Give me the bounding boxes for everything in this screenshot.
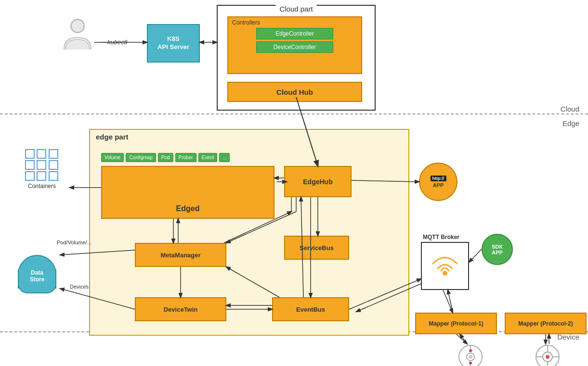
eventbus-box: EventBus	[272, 297, 349, 321]
svg-line-40	[448, 290, 453, 313]
edgehub-box: EdgeHub	[284, 166, 352, 197]
tab-prober: Prober	[175, 153, 196, 162]
diagram: Cloud Edge Device —kubectl K8SAPI Server…	[0, 0, 588, 366]
svg-point-9	[469, 355, 472, 359]
mapper2-label: Mapper (Protocol-2)	[518, 320, 573, 327]
devicetwin-label: DeviceTwin	[164, 306, 198, 313]
mapper1-label: Mapper (Protocol-1)	[429, 320, 483, 327]
mapper2-box: Mapper (Protocol-2)	[505, 313, 587, 334]
metamanager-box: MetaManager	[135, 243, 226, 267]
mqtt-broker-label: MQTT Broker	[423, 234, 459, 240]
svg-line-42	[460, 334, 467, 344]
edged-box: Edged	[101, 166, 274, 219]
sdk-app-circle: SDK APP	[482, 234, 513, 265]
edge-controller-btn: EdgeController	[256, 28, 333, 39]
pod-volume-label: Pod/Volume/...	[57, 240, 91, 245]
cloud-part-title: Cloud part	[275, 5, 316, 13]
mqtt-wifi-icon	[426, 247, 464, 285]
app-label: APP	[433, 182, 444, 188]
metamanager-label: MetaManager	[160, 252, 200, 259]
edge-part-title: edge part	[96, 133, 129, 141]
http-app-circle: http:// APP	[419, 163, 457, 201]
sdk-label: SDK	[492, 244, 503, 250]
tab-event: Event	[198, 153, 218, 162]
controllers-box: Controllers EdgeController DeviceControl…	[227, 16, 362, 74]
servicebus-box: ServiceBus	[284, 236, 349, 260]
svg-point-5	[469, 349, 472, 352]
svg-point-12	[546, 355, 549, 359]
tab-configmap: Configmap	[126, 153, 156, 162]
svg-line-38	[469, 249, 482, 262]
svg-point-2	[443, 271, 447, 276]
k8s-api-server-box: K8SAPI Server	[147, 24, 200, 63]
containers-box: Containers	[15, 149, 68, 202]
k8s-api-server-label: K8SAPI Server	[157, 35, 189, 51]
edge-label: Edge	[562, 119, 579, 127]
tab-more: ...	[219, 153, 230, 162]
containers-label: Containers	[15, 183, 68, 189]
devicetwin-box: DeviceTwin	[135, 297, 226, 321]
device-icon-2	[535, 344, 561, 366]
sdk-app-label: APP	[492, 250, 503, 255]
mqtt-box	[421, 242, 469, 290]
green-tabs: Volume Configmap Pod Prober Event ...	[101, 153, 230, 162]
eventbus-label: EventBus	[296, 306, 325, 313]
svg-line-39	[443, 290, 453, 313]
tab-volume: Volume	[101, 153, 124, 162]
data-store-box: DataStore	[15, 255, 59, 298]
servicebus-label: ServiceBus	[300, 244, 334, 252]
svg-line-41	[457, 334, 467, 344]
edged-label: Edged	[176, 204, 200, 213]
edgehub-label: EdgeHub	[303, 178, 332, 186]
device-controller-btn: DeviceController	[256, 41, 333, 53]
controllers-label: Controllers	[232, 19, 361, 26]
devices-label: Devices	[70, 284, 89, 290]
svg-point-1	[71, 20, 84, 32]
cloud-part-box: Cloud part Controllers EdgeController De…	[217, 5, 376, 111]
mapper1-box: Mapper (Protocol-1)	[415, 313, 497, 334]
kubectl-label: —kubectl	[101, 38, 127, 46]
cloud-hub-box: Cloud Hub	[227, 82, 362, 102]
http-badge: http://	[431, 176, 446, 181]
tab-pod: Pod	[158, 153, 173, 162]
person-icon	[62, 18, 93, 52]
cloud-edge-divider	[0, 114, 588, 114]
containers-grid-icon	[25, 149, 59, 181]
device-icon-1	[457, 344, 484, 366]
cloud-label: Cloud	[561, 105, 579, 113]
svg-point-6	[469, 362, 472, 365]
